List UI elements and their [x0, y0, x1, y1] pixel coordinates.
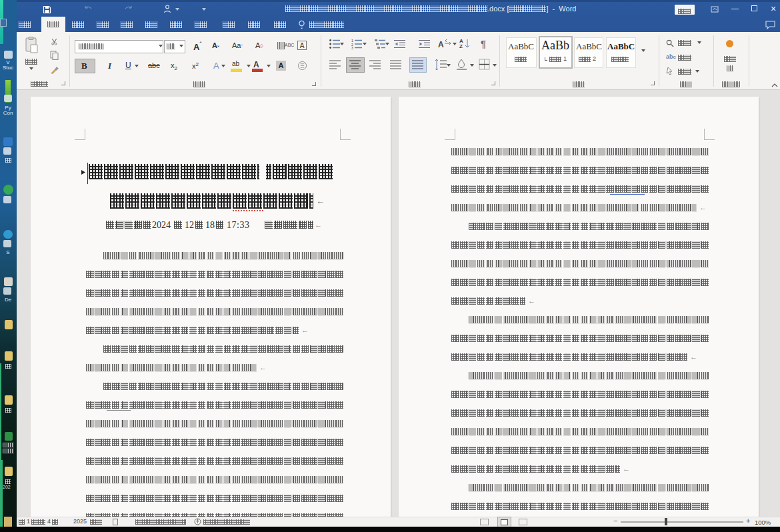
svg-text:3: 3: [351, 46, 353, 49]
